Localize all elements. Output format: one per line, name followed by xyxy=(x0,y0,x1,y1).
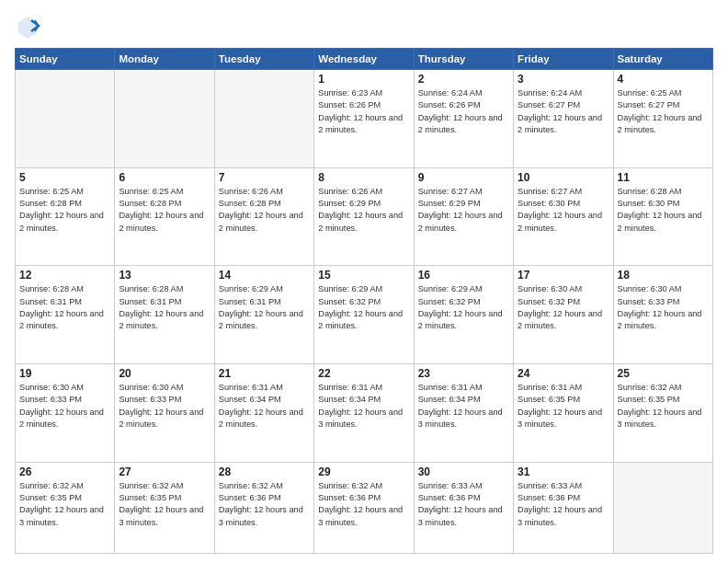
calendar-cell: 15Sunrise: 6:29 AM Sunset: 6:32 PM Dayli… xyxy=(314,266,414,364)
calendar-cell: 19Sunrise: 6:30 AM Sunset: 6:33 PM Dayli… xyxy=(16,363,115,462)
day-info: Sunrise: 6:32 AM Sunset: 6:35 PM Dayligh… xyxy=(618,382,709,431)
day-info: Sunrise: 6:29 AM Sunset: 6:31 PM Dayligh… xyxy=(219,283,310,332)
day-info: Sunrise: 6:31 AM Sunset: 6:34 PM Dayligh… xyxy=(418,382,509,431)
day-info: Sunrise: 6:30 AM Sunset: 6:33 PM Dayligh… xyxy=(119,382,210,431)
day-info: Sunrise: 6:31 AM Sunset: 6:34 PM Dayligh… xyxy=(219,382,310,431)
day-number: 21 xyxy=(219,367,310,380)
calendar-cell: 28Sunrise: 6:32 AM Sunset: 6:36 PM Dayli… xyxy=(214,462,313,553)
calendar-header-tuesday: Tuesday xyxy=(214,49,313,70)
day-info: Sunrise: 6:25 AM Sunset: 6:28 PM Dayligh… xyxy=(119,186,210,235)
calendar-cell: 12Sunrise: 6:28 AM Sunset: 6:31 PM Dayli… xyxy=(16,266,115,364)
calendar-cell: 10Sunrise: 6:27 AM Sunset: 6:30 PM Dayli… xyxy=(514,167,613,266)
calendar-cell: 2Sunrise: 6:24 AM Sunset: 6:26 PM Daylig… xyxy=(414,70,513,168)
calendar-week-4: 19Sunrise: 6:30 AM Sunset: 6:33 PM Dayli… xyxy=(16,363,713,462)
calendar-header-wednesday: Wednesday xyxy=(314,49,414,70)
day-info: Sunrise: 6:26 AM Sunset: 6:29 PM Dayligh… xyxy=(318,186,409,235)
day-number: 9 xyxy=(418,171,509,184)
calendar-cell: 8Sunrise: 6:26 AM Sunset: 6:29 PM Daylig… xyxy=(314,167,414,266)
calendar-cell: 30Sunrise: 6:33 AM Sunset: 6:36 PM Dayli… xyxy=(414,462,513,553)
calendar-cell xyxy=(115,70,214,168)
calendar-cell: 24Sunrise: 6:31 AM Sunset: 6:35 PM Dayli… xyxy=(514,363,613,462)
day-info: Sunrise: 6:32 AM Sunset: 6:35 PM Dayligh… xyxy=(119,480,210,529)
day-number: 25 xyxy=(618,367,709,380)
day-number: 16 xyxy=(418,269,509,282)
day-number: 12 xyxy=(19,269,110,282)
day-number: 28 xyxy=(219,465,310,478)
calendar-cell: 25Sunrise: 6:32 AM Sunset: 6:35 PM Dayli… xyxy=(613,363,712,462)
day-number: 18 xyxy=(618,269,709,282)
calendar-week-2: 5Sunrise: 6:25 AM Sunset: 6:28 PM Daylig… xyxy=(16,167,713,266)
calendar-cell: 5Sunrise: 6:25 AM Sunset: 6:28 PM Daylig… xyxy=(16,167,115,266)
day-number: 13 xyxy=(119,269,210,282)
day-number: 30 xyxy=(418,465,509,478)
day-info: Sunrise: 6:25 AM Sunset: 6:28 PM Dayligh… xyxy=(19,186,110,235)
day-info: Sunrise: 6:32 AM Sunset: 6:36 PM Dayligh… xyxy=(219,480,310,529)
calendar-header-saturday: Saturday xyxy=(613,49,712,70)
calendar-cell xyxy=(613,462,712,553)
day-number: 31 xyxy=(518,465,609,478)
day-number: 6 xyxy=(119,171,210,184)
calendar-cell: 22Sunrise: 6:31 AM Sunset: 6:34 PM Dayli… xyxy=(314,363,414,462)
day-info: Sunrise: 6:28 AM Sunset: 6:31 PM Dayligh… xyxy=(119,283,210,332)
day-info: Sunrise: 6:24 AM Sunset: 6:27 PM Dayligh… xyxy=(518,87,609,136)
svg-marker-0 xyxy=(18,17,37,39)
day-number: 4 xyxy=(618,73,709,86)
day-info: Sunrise: 6:33 AM Sunset: 6:36 PM Dayligh… xyxy=(418,480,509,529)
day-number: 8 xyxy=(318,171,409,184)
calendar-week-5: 26Sunrise: 6:32 AM Sunset: 6:35 PM Dayli… xyxy=(16,462,713,553)
calendar-cell: 21Sunrise: 6:31 AM Sunset: 6:34 PM Dayli… xyxy=(214,363,313,462)
calendar-cell: 27Sunrise: 6:32 AM Sunset: 6:35 PM Dayli… xyxy=(115,462,214,553)
day-number: 19 xyxy=(19,367,110,380)
page: SundayMondayTuesdayWednesdayThursdayFrid… xyxy=(0,0,728,563)
day-info: Sunrise: 6:28 AM Sunset: 6:30 PM Dayligh… xyxy=(618,186,709,235)
day-number: 15 xyxy=(318,269,409,282)
calendar-cell xyxy=(214,70,313,168)
day-number: 1 xyxy=(318,73,409,86)
calendar-cell: 1Sunrise: 6:23 AM Sunset: 6:26 PM Daylig… xyxy=(314,70,414,168)
calendar-cell: 29Sunrise: 6:32 AM Sunset: 6:36 PM Dayli… xyxy=(314,462,414,553)
day-number: 3 xyxy=(518,73,609,86)
calendar-cell: 7Sunrise: 6:26 AM Sunset: 6:28 PM Daylig… xyxy=(214,167,313,266)
day-number: 10 xyxy=(518,171,609,184)
day-info: Sunrise: 6:32 AM Sunset: 6:35 PM Dayligh… xyxy=(19,480,110,529)
calendar-cell: 6Sunrise: 6:25 AM Sunset: 6:28 PM Daylig… xyxy=(115,167,214,266)
day-info: Sunrise: 6:31 AM Sunset: 6:35 PM Dayligh… xyxy=(518,382,609,431)
day-info: Sunrise: 6:28 AM Sunset: 6:31 PM Dayligh… xyxy=(19,283,110,332)
day-info: Sunrise: 6:26 AM Sunset: 6:28 PM Dayligh… xyxy=(219,186,310,235)
calendar-cell: 4Sunrise: 6:25 AM Sunset: 6:27 PM Daylig… xyxy=(613,70,712,168)
day-info: Sunrise: 6:32 AM Sunset: 6:36 PM Dayligh… xyxy=(318,480,409,529)
day-info: Sunrise: 6:23 AM Sunset: 6:26 PM Dayligh… xyxy=(318,87,409,136)
day-info: Sunrise: 6:29 AM Sunset: 6:32 PM Dayligh… xyxy=(418,283,509,332)
calendar-cell: 3Sunrise: 6:24 AM Sunset: 6:27 PM Daylig… xyxy=(514,70,613,168)
day-number: 7 xyxy=(219,171,310,184)
day-number: 20 xyxy=(119,367,210,380)
calendar-week-3: 12Sunrise: 6:28 AM Sunset: 6:31 PM Dayli… xyxy=(16,266,713,364)
calendar-cell: 31Sunrise: 6:33 AM Sunset: 6:36 PM Dayli… xyxy=(514,462,613,553)
day-info: Sunrise: 6:30 AM Sunset: 6:32 PM Dayligh… xyxy=(518,283,609,332)
day-info: Sunrise: 6:33 AM Sunset: 6:36 PM Dayligh… xyxy=(518,480,609,529)
day-number: 5 xyxy=(19,171,110,184)
day-number: 11 xyxy=(618,171,709,184)
logo-icon xyxy=(15,13,40,39)
day-number: 29 xyxy=(318,465,409,478)
calendar-cell xyxy=(16,70,115,168)
calendar-header-sunday: Sunday xyxy=(16,49,115,70)
day-info: Sunrise: 6:25 AM Sunset: 6:27 PM Dayligh… xyxy=(618,87,709,136)
logo xyxy=(15,13,44,39)
calendar-header-thursday: Thursday xyxy=(414,49,513,70)
calendar-cell: 23Sunrise: 6:31 AM Sunset: 6:34 PM Dayli… xyxy=(414,363,513,462)
day-number: 14 xyxy=(219,269,310,282)
day-number: 24 xyxy=(518,367,609,380)
day-number: 22 xyxy=(318,367,409,380)
calendar-cell: 16Sunrise: 6:29 AM Sunset: 6:32 PM Dayli… xyxy=(414,266,513,364)
calendar-cell: 13Sunrise: 6:28 AM Sunset: 6:31 PM Dayli… xyxy=(115,266,214,364)
day-info: Sunrise: 6:30 AM Sunset: 6:33 PM Dayligh… xyxy=(19,382,110,431)
calendar-header-friday: Friday xyxy=(514,49,613,70)
calendar-week-1: 1Sunrise: 6:23 AM Sunset: 6:26 PM Daylig… xyxy=(16,70,713,168)
calendar-cell: 18Sunrise: 6:30 AM Sunset: 6:33 PM Dayli… xyxy=(613,266,712,364)
calendar-cell: 11Sunrise: 6:28 AM Sunset: 6:30 PM Dayli… xyxy=(613,167,712,266)
day-info: Sunrise: 6:27 AM Sunset: 6:29 PM Dayligh… xyxy=(418,186,509,235)
header xyxy=(15,13,713,39)
calendar-cell: 14Sunrise: 6:29 AM Sunset: 6:31 PM Dayli… xyxy=(214,266,313,364)
calendar-table: SundayMondayTuesdayWednesdayThursdayFrid… xyxy=(15,48,713,554)
